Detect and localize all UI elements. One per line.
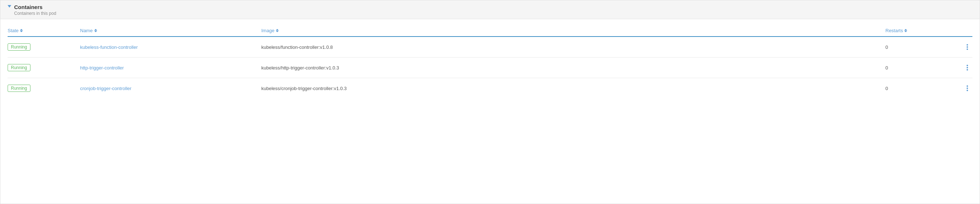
- container-name-link-2[interactable]: cronjob-trigger-controller: [80, 86, 132, 91]
- cell-state-2: Running: [8, 85, 80, 92]
- cell-image-2: kubeless/cronjob-trigger-controller:v1.0…: [261, 86, 885, 91]
- col-restarts-label: Restarts: [885, 28, 903, 33]
- cell-actions-0: [951, 42, 972, 52]
- table-row: Running kubeless-function-controller kub…: [8, 37, 972, 57]
- dot: [967, 67, 968, 68]
- cell-state-1: Running: [8, 64, 80, 71]
- container-name-link-1[interactable]: http-trigger-controller: [80, 65, 124, 71]
- kebab-menu-button-0[interactable]: [962, 42, 972, 52]
- dot: [967, 49, 968, 50]
- sort-up-icon: [276, 29, 279, 30]
- status-badge-0: Running: [8, 43, 30, 51]
- collapse-icon[interactable]: [8, 5, 11, 8]
- kebab-menu-button-1[interactable]: [962, 63, 972, 73]
- panel-title-group: Containers Containers in this pod: [14, 4, 56, 16]
- kebab-menu-button-2[interactable]: [962, 83, 972, 93]
- table-row: Running cronjob-trigger-controller kubel…: [8, 78, 972, 98]
- col-restarts[interactable]: Restarts: [885, 28, 951, 33]
- col-image-label: Image: [261, 28, 274, 33]
- sort-down-icon: [904, 31, 907, 32]
- sort-icon-image: [276, 29, 279, 32]
- dot: [967, 46, 968, 48]
- sort-icon-state: [20, 29, 23, 32]
- dot: [967, 85, 968, 87]
- cell-image-1: kubeless/http-trigger-controller:v1.0.3: [261, 65, 885, 71]
- cell-actions-2: [951, 83, 972, 93]
- containers-panel: Containers Containers in this pod State …: [0, 0, 980, 204]
- sort-down-icon: [94, 31, 97, 32]
- cell-image-0: kubeless/function-controller:v1.0.8: [261, 44, 885, 50]
- col-state-label: State: [8, 28, 19, 33]
- cell-state-0: Running: [8, 43, 80, 51]
- cell-actions-1: [951, 63, 972, 73]
- sort-icon-restarts: [904, 29, 907, 32]
- sort-up-icon: [904, 29, 907, 30]
- dot: [967, 65, 968, 66]
- dot: [967, 87, 968, 89]
- container-name-link-0[interactable]: kubeless-function-controller: [80, 44, 138, 50]
- col-name-label: Name: [80, 28, 93, 33]
- col-name[interactable]: Name: [80, 28, 261, 33]
- sort-icon-name: [94, 29, 97, 32]
- sort-down-icon: [20, 31, 23, 32]
- cell-name-0: kubeless-function-controller: [80, 44, 261, 50]
- col-actions: [951, 28, 972, 33]
- panel-subtitle: Containers in this pod: [14, 11, 56, 16]
- dot: [967, 44, 968, 46]
- status-badge-2: Running: [8, 85, 30, 92]
- cell-name-2: cronjob-trigger-controller: [80, 86, 261, 91]
- table-row: Running http-trigger-controller kubeless…: [8, 57, 972, 78]
- cell-restarts-0: 0: [885, 44, 951, 50]
- cell-restarts-1: 0: [885, 65, 951, 71]
- col-state[interactable]: State: [8, 28, 80, 33]
- panel-title: Containers: [14, 4, 56, 10]
- panel-header: Containers Containers in this pod: [0, 0, 980, 19]
- cell-restarts-2: 0: [885, 86, 951, 91]
- dot: [967, 69, 968, 71]
- sort-up-icon: [94, 29, 97, 30]
- dot: [967, 90, 968, 91]
- sort-down-icon: [276, 31, 279, 32]
- table-header: State Name Image: [8, 23, 972, 37]
- cell-name-1: http-trigger-controller: [80, 65, 261, 71]
- col-image[interactable]: Image: [261, 28, 885, 33]
- sort-up-icon: [20, 29, 23, 30]
- status-badge-1: Running: [8, 64, 30, 71]
- table-container: State Name Image: [0, 23, 980, 98]
